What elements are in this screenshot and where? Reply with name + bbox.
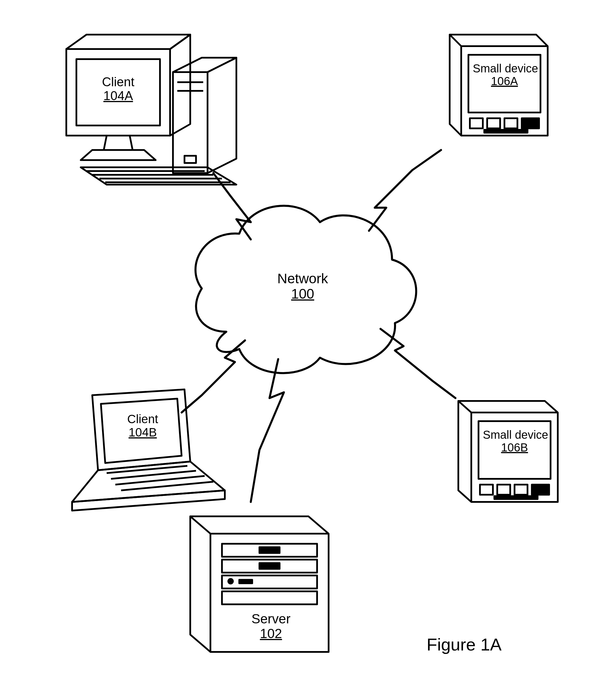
connectors [182,150,455,502]
diagram-svg [0,0,616,675]
laptop-icon [72,389,225,511]
pda-a-icon [450,34,548,136]
svg-rect-16 [532,484,549,495]
svg-rect-21 [222,591,317,604]
svg-rect-12 [478,421,550,479]
svg-rect-17 [494,496,538,499]
figure-caption: Figure 1A [427,634,502,655]
svg-rect-10 [522,118,539,128]
svg-point-24 [228,579,233,584]
diagram-stage: Network 100 Client 104A Small device 106… [0,0,616,675]
svg-rect-1 [76,59,160,126]
svg-rect-23 [259,563,280,569]
svg-rect-15 [515,484,528,495]
svg-rect-7 [470,118,483,128]
svg-rect-20 [222,576,317,589]
svg-rect-14 [497,484,510,495]
svg-rect-6 [468,55,540,112]
svg-rect-22 [259,547,280,553]
figure-label: Figure 1A [427,635,502,654]
svg-rect-25 [239,580,252,583]
svg-rect-8 [487,118,500,128]
svg-rect-13 [480,484,493,495]
svg-rect-9 [505,118,517,128]
server-icon [190,516,329,652]
svg-rect-0 [66,49,170,136]
network-cloud-icon [195,206,416,373]
desktop-icon [66,34,236,184]
pda-b-icon [458,401,558,502]
svg-rect-5 [184,156,196,163]
svg-rect-11 [484,130,528,133]
